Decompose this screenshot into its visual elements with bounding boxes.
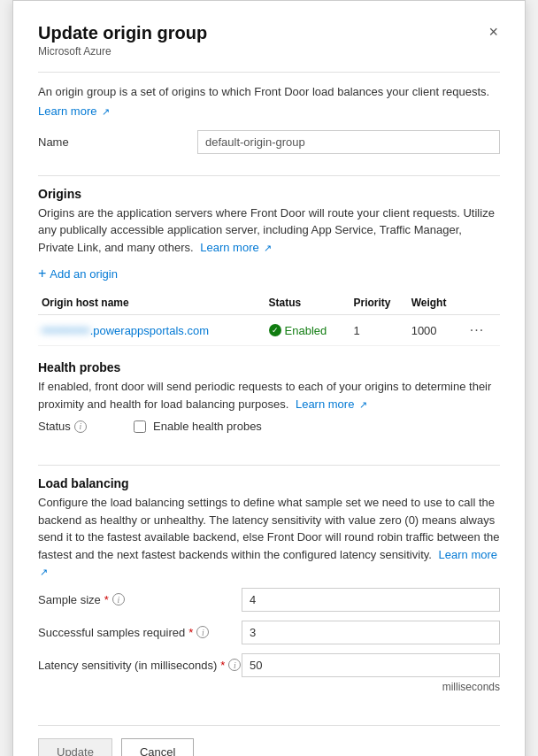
panel-header: Update origin group Microsoft Azure × [38,22,500,58]
origin-host-suffix[interactable]: .powerappsportals.com [90,324,209,337]
latency-sensitivity-info-icon: i [228,659,241,671]
intro-text: An origin group is a set of origins to w… [38,83,500,101]
load-balancing-section: Load balancing Configure the load balanc… [38,476,500,700]
footer-divider [38,725,500,726]
col-actions [463,291,500,315]
health-probes-ext-icon: ↗ [359,397,367,413]
health-probes-checkbox-row: Enable health probes [134,420,262,433]
load-balancing-learn-more-link[interactable]: Learn more [439,548,497,561]
status-label: Enabled [285,324,327,337]
load-balancing-ext-icon: ↗ [40,565,48,580]
name-row: Name [38,130,500,154]
health-probes-info-icon: i [74,420,87,433]
origin-status-cell: ✓ Enabled [265,315,350,346]
plus-icon: + [38,266,46,281]
origin-host-blurred: •••••••••••• [42,324,90,337]
health-probes-description: If enabled, front door will send periodi… [38,378,500,413]
close-button[interactable]: × [487,24,500,40]
name-label: Name [38,135,197,149]
load-balancing-description: Configure the load balancing settings to… [38,494,500,581]
add-origin-button[interactable]: + Add an origin [38,263,118,284]
table-row: ••••••••••••.powerappsportals.com ✓ Enab… [38,315,500,346]
header-text: Update origin group Microsoft Azure [38,22,207,58]
successful-samples-label: Successful samples required * i [38,626,242,639]
add-origin-label: Add an origin [50,267,118,281]
col-status: Status [265,291,350,315]
col-priority: Priority [350,291,408,315]
sample-size-info-icon: i [112,593,125,606]
origin-priority-cell: 1 [350,315,408,346]
header-divider [38,72,500,73]
intro-learn-more-link[interactable]: Learn more [38,104,96,118]
health-probes-title: Health probes [38,360,500,374]
health-probes-checkbox-label: Enable health probes [153,420,262,433]
successful-samples-info-icon: i [196,626,209,638]
load-balancing-title: Load balancing [38,476,500,490]
sample-size-label: Sample size * i [38,593,242,606]
successful-samples-input[interactable] [242,621,500,644]
health-probes-section: Health probes If enabled, front door wil… [38,360,500,442]
origin-host-cell: ••••••••••••.powerappsportals.com [38,315,265,346]
update-button[interactable]: Update [38,738,112,757]
milliseconds-label: milliseconds [38,681,500,693]
successful-samples-row: Successful samples required * i [38,621,500,644]
intro-external-link-icon: ↗ [102,106,110,118]
origins-divider [38,175,500,176]
col-weight: Weight [408,291,463,315]
health-probes-learn-more-link[interactable]: Learn more [296,397,354,411]
sample-size-row: Sample size * i [38,588,500,612]
cancel-button[interactable]: Cancel [121,738,194,757]
successful-samples-required: * [188,626,193,639]
load-balancing-divider [38,465,500,466]
sample-size-required: * [104,593,109,606]
panel-title: Update origin group [38,22,207,43]
intro-learn-more-row: Learn more ↗ [38,104,500,118]
origins-learn-more-link[interactable]: Learn more [200,241,258,254]
health-probes-status-row: Status i Enable health probes [38,420,500,433]
origins-title: Origins [38,187,500,201]
panel-subtitle: Microsoft Azure [38,45,207,58]
sample-size-input[interactable] [242,588,500,612]
origins-table: Origin host name Status Priority Weight … [38,291,500,346]
status-check-icon: ✓ [269,324,281,336]
footer-buttons: Update Cancel [38,738,500,757]
status-enabled: ✓ Enabled [269,324,347,337]
update-origin-group-panel: Update origin group Microsoft Azure × An… [12,0,526,756]
latency-sensitivity-row: Latency sensitivity (in milliseconds) * … [38,653,500,677]
origins-description: Origins are the application servers wher… [38,204,500,257]
health-probes-checkbox[interactable] [134,420,146,433]
latency-sensitivity-input[interactable] [242,653,500,677]
col-origin-host: Origin host name [38,291,265,315]
name-input[interactable] [197,130,500,154]
origins-external-link-icon: ↗ [264,241,272,256]
origin-actions-cell: ··· [463,315,500,346]
origin-ellipsis-button[interactable]: ··· [466,322,488,338]
latency-sensitivity-label: Latency sensitivity (in milliseconds) * … [38,659,242,672]
health-probes-status-label: Status i [38,420,127,433]
origin-weight-cell: 1000 [408,315,463,346]
origins-section: Origins Origins are the application serv… [38,187,500,361]
latency-sensitivity-required: * [220,659,225,672]
